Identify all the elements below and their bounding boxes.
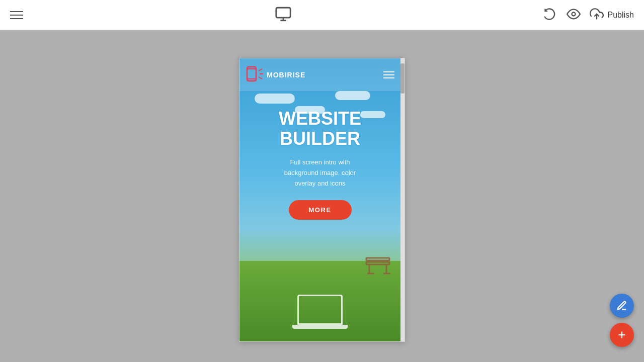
publish-label: Publish bbox=[608, 11, 634, 20]
toolbar-right: Publish bbox=[543, 7, 634, 23]
hamburger-menu-icon[interactable] bbox=[10, 11, 23, 19]
laptop-base-outline bbox=[292, 325, 348, 329]
preview-headline: WEBSITE BUILDER bbox=[279, 109, 361, 148]
add-plus-icon bbox=[616, 329, 627, 340]
canvas: MOBIRISE WEBSITE BUILDER Full screen int… bbox=[0, 30, 644, 362]
preview-scrollbar[interactable] bbox=[400, 58, 405, 341]
preview-content: WEBSITE BUILDER Full screen intro withba… bbox=[239, 99, 400, 220]
toolbar-left bbox=[10, 11, 23, 19]
svg-point-3 bbox=[572, 12, 575, 16]
preview-more-button[interactable]: MORE bbox=[289, 200, 352, 220]
preview-bench bbox=[365, 256, 390, 276]
monitor-icon[interactable] bbox=[275, 6, 292, 25]
edit-fab-button[interactable] bbox=[610, 294, 634, 318]
toolbar: Publish bbox=[0, 0, 644, 30]
preview-scrollbar-thumb bbox=[400, 63, 405, 94]
svg-rect-0 bbox=[276, 8, 290, 18]
cloud-upload-icon bbox=[590, 7, 604, 23]
laptop-screen-outline bbox=[297, 295, 343, 325]
preview-logo-text: MOBIRISE bbox=[267, 71, 305, 79]
toolbar-center bbox=[275, 6, 292, 25]
preview-subtext: Full screen intro withbackground image, … bbox=[284, 157, 356, 189]
mobirise-logo-icon bbox=[246, 65, 264, 85]
add-fab-button[interactable] bbox=[610, 323, 634, 347]
preview-eye-icon[interactable] bbox=[567, 7, 581, 23]
preview-hamburger-icon[interactable] bbox=[383, 71, 394, 78]
mobile-preview: MOBIRISE WEBSITE BUILDER Full screen int… bbox=[239, 58, 405, 342]
preview-bottom bbox=[239, 291, 400, 341]
preview-nav: MOBIRISE bbox=[239, 58, 400, 91]
preview-logo: MOBIRISE bbox=[246, 65, 305, 85]
fab-container bbox=[610, 294, 634, 347]
svg-line-16 bbox=[259, 77, 262, 79]
svg-rect-6 bbox=[366, 258, 389, 260]
undo-icon[interactable] bbox=[543, 7, 557, 23]
svg-line-14 bbox=[259, 69, 262, 71]
publish-button[interactable]: Publish bbox=[590, 7, 634, 23]
edit-pencil-icon bbox=[616, 300, 627, 311]
svg-rect-5 bbox=[366, 262, 389, 264]
